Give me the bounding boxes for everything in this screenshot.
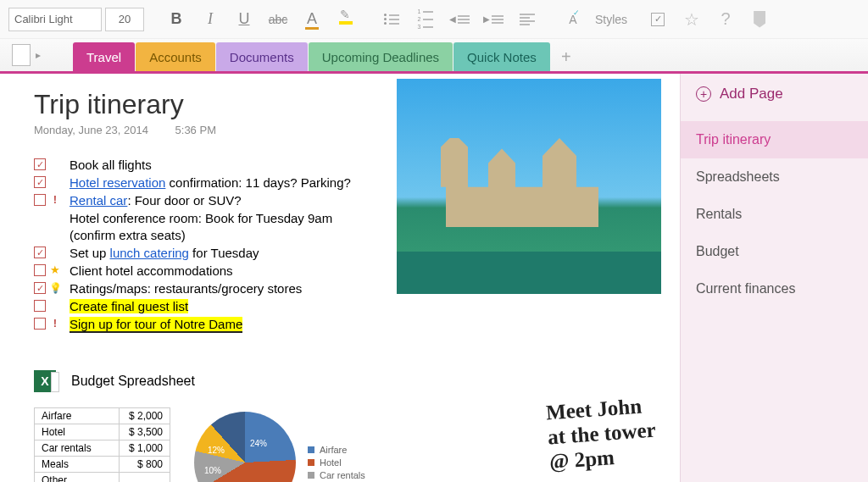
page-list-item[interactable]: Spreadsheets bbox=[681, 158, 868, 196]
important-tag-icon: ! bbox=[49, 318, 61, 330]
table-cell: $ 1,000 bbox=[120, 473, 170, 483]
page-canvas[interactable]: Trip itinerary Monday, June 23, 2014 5:3… bbox=[0, 74, 680, 482]
section-tab[interactable]: Accounts bbox=[136, 42, 215, 71]
formatting-toolbar: B I U abc A 123 ◀ ▶ Styles ✓ ☆ ? bbox=[0, 0, 868, 39]
checkbox-icon[interactable]: ✓ bbox=[34, 247, 46, 258]
table-cell: Other expenses bbox=[35, 473, 120, 483]
task-text[interactable]: Set up lunch catering for Tuesday bbox=[70, 245, 259, 262]
pie-label: 24% bbox=[250, 439, 267, 448]
italic-button[interactable]: I bbox=[195, 4, 225, 35]
legend-item: Car rentals bbox=[308, 470, 365, 480]
pie-chart: 24% 12% 10% 12% bbox=[194, 412, 296, 482]
section-tab[interactable]: Quick Notes bbox=[453, 42, 550, 71]
add-page-label: Add Page bbox=[720, 86, 783, 102]
section-tab[interactable]: Travel bbox=[73, 42, 135, 71]
page-list-item[interactable]: Budget bbox=[681, 233, 868, 270]
task-text[interactable]: Ratings/maps: restaurants/grocery stores bbox=[70, 280, 302, 297]
none-tag-icon bbox=[49, 247, 61, 258]
task-text[interactable]: Book all flights bbox=[70, 157, 152, 174]
section-tabs-bar: TravelAccountsDocumentsUpcoming Deadline… bbox=[0, 39, 868, 71]
none-tag-icon bbox=[49, 212, 61, 224]
checkbox-icon[interactable]: ✓ bbox=[34, 318, 46, 330]
question-tag-button[interactable]: ? bbox=[710, 4, 741, 35]
table-cell: Car rentals bbox=[35, 440, 120, 457]
highlight-button[interactable] bbox=[331, 4, 361, 35]
checkbox-icon[interactable]: ✓ bbox=[34, 300, 46, 312]
page-list-item[interactable]: Current finances bbox=[681, 270, 868, 307]
table-cell: $ 2,000 bbox=[120, 408, 170, 424]
table-cell: $ 800 bbox=[120, 457, 170, 473]
align-button[interactable] bbox=[512, 4, 542, 35]
numbered-list-button[interactable]: 123 bbox=[410, 4, 441, 35]
none-tag-icon bbox=[49, 300, 61, 312]
attachment-title: Budget Spreadsheet bbox=[71, 374, 195, 389]
font-color-button[interactable]: A bbox=[297, 4, 327, 35]
task-item[interactable]: ✓!Sign up for tour of Notre Dame bbox=[34, 316, 680, 333]
table-cell: $ 3,500 bbox=[120, 424, 170, 440]
important-tag-icon: ! bbox=[49, 194, 61, 206]
table-cell: Airfare bbox=[35, 408, 120, 424]
task-text[interactable]: Hotel reservation confirmation: 11 days?… bbox=[70, 175, 351, 191]
budget-table: Airfare$ 2,000Hotel$ 3,500Car rentals$ 1… bbox=[34, 407, 170, 482]
checkbox-icon[interactable]: ✓ bbox=[34, 176, 46, 188]
task-text[interactable]: Rental car: Four door or SUV? bbox=[70, 192, 242, 209]
checkbox-icon[interactable]: ✓ bbox=[34, 282, 46, 294]
page-list-item[interactable]: Rentals bbox=[681, 196, 868, 233]
font-size-select[interactable] bbox=[105, 8, 144, 31]
pie-label: 10% bbox=[204, 466, 221, 475]
bold-button[interactable]: B bbox=[161, 4, 192, 35]
task-text[interactable]: Hotel conference room: Book for Tuesday … bbox=[70, 210, 332, 244]
pie-label: 12% bbox=[208, 446, 225, 455]
chart-legend: AirfareHotelCar rentals bbox=[308, 442, 365, 482]
task-item[interactable]: ✓Create final guest list bbox=[34, 298, 680, 315]
page-time-text: 5:36 PM bbox=[175, 124, 216, 136]
table-cell: $ 1,000 bbox=[120, 440, 170, 457]
add-page-button[interactable]: + Add Page bbox=[681, 74, 868, 114]
page-list-sidebar: + Add Page Trip itinerarySpreadsheetsRen… bbox=[680, 74, 868, 482]
legend-item: Hotel bbox=[308, 457, 365, 468]
task-text[interactable]: Create final guest list bbox=[70, 298, 188, 315]
indent-button[interactable]: ▶ bbox=[478, 4, 509, 35]
add-section-button[interactable]: + bbox=[551, 42, 581, 71]
strikethrough-button[interactable]: abc bbox=[263, 4, 293, 35]
section-tab[interactable]: Documents bbox=[216, 42, 308, 71]
table-cell: Meals bbox=[35, 457, 120, 473]
table-cell: Hotel bbox=[35, 424, 120, 440]
plus-icon: + bbox=[696, 86, 711, 102]
underline-button[interactable]: U bbox=[229, 4, 259, 35]
task-text[interactable]: Client hotel accommodations bbox=[70, 263, 233, 280]
ink-annotation[interactable]: Meet Johnat the tower@ 2pm bbox=[545, 393, 658, 474]
todo-tag-button[interactable]: ✓ bbox=[643, 4, 673, 35]
page-list-item[interactable]: Trip itinerary bbox=[681, 121, 868, 158]
task-text[interactable]: Sign up for tour of Notre Dame bbox=[70, 316, 242, 333]
excel-icon: X bbox=[34, 370, 56, 392]
checkbox-icon[interactable]: ✓ bbox=[34, 264, 46, 276]
star-tag-icon: ★ bbox=[49, 264, 61, 276]
checkbox-icon[interactable]: ✓ bbox=[34, 158, 46, 170]
file-attachment[interactable]: X Budget Spreadsheet bbox=[34, 370, 680, 392]
styles-label[interactable]: Styles bbox=[595, 13, 627, 26]
tag-button[interactable] bbox=[744, 4, 775, 35]
none-tag-icon bbox=[49, 158, 61, 170]
legend-item: Airfare bbox=[308, 445, 365, 455]
notebook-dropdown[interactable] bbox=[12, 44, 41, 66]
outdent-button[interactable]: ◀ bbox=[444, 4, 475, 35]
styles-icon[interactable] bbox=[558, 4, 588, 35]
font-family-select[interactable] bbox=[8, 8, 102, 31]
bullet-list-button[interactable] bbox=[376, 4, 407, 35]
none-tag-icon bbox=[49, 176, 61, 188]
bulb-tag-icon: 💡 bbox=[49, 282, 61, 294]
section-tab[interactable]: Upcoming Deadlines bbox=[309, 42, 453, 71]
page-date-text: Monday, June 23, 2014 bbox=[34, 124, 148, 136]
star-tag-button[interactable]: ☆ bbox=[676, 4, 707, 35]
checkbox-icon[interactable]: ✓ bbox=[34, 194, 46, 206]
page-list: Trip itinerarySpreadsheetsRentalsBudgetC… bbox=[681, 121, 868, 307]
embedded-image[interactable] bbox=[397, 79, 661, 294]
